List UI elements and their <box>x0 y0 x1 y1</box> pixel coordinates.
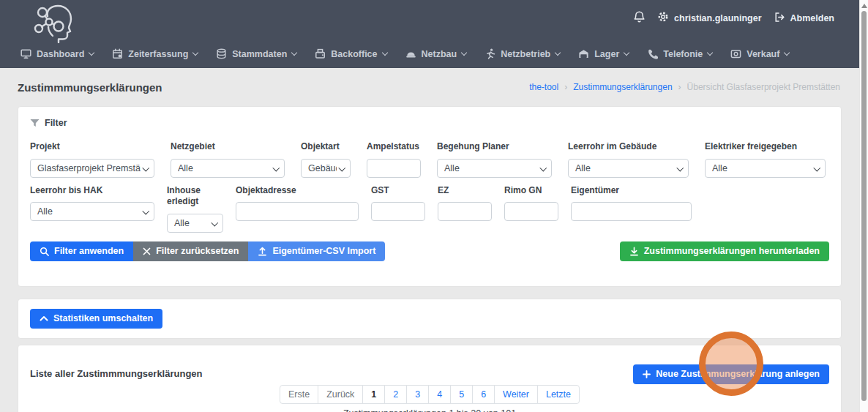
breadcrumb-separator: › <box>678 82 681 92</box>
nav-item-zeiterfassung[interactable]: Zeiterfassung <box>112 48 198 59</box>
chevron-down-icon <box>624 50 629 56</box>
csv-import-button[interactable]: Eigentümer-CSV Import <box>248 241 385 261</box>
filter-field-eigentuemer: Eigentümer <box>571 185 692 222</box>
breadcrumb-section-link[interactable]: Zustimmungserklärungen <box>573 82 672 92</box>
pagination-first[interactable]: Erste <box>280 385 318 404</box>
chevron-down-icon <box>784 50 790 56</box>
toggle-statistics-button[interactable]: Statistiken umschalten <box>30 309 162 329</box>
filter-row-1: Projekt Glasfaserprojekt Premstätten Net… <box>30 141 829 178</box>
upload-icon <box>258 247 267 256</box>
header-user-area: christian.glauninger Abmelden <box>633 10 834 26</box>
chevron-down-icon <box>555 50 561 56</box>
sign-out-icon <box>774 12 785 26</box>
filter-field-gst: GST <box>371 185 425 222</box>
plus-icon <box>643 370 651 378</box>
scrollbar[interactable] <box>859 0 868 412</box>
notifications-bell-icon[interactable] <box>633 10 646 26</box>
fax-icon <box>315 48 326 59</box>
top-header: christian.glauninger Abmelden Dashboard <box>0 0 859 68</box>
gst-input[interactable] <box>371 202 425 221</box>
funnel-icon <box>30 119 40 127</box>
list-title: Liste aller Zustimmmungserklärungen <box>30 368 203 379</box>
eigentuemer-input[interactable] <box>571 202 692 221</box>
nav-item-lager[interactable]: Lager <box>578 48 629 59</box>
filter-panel-title: Filter <box>45 118 67 128</box>
elektriker-freigegeben-select[interactable]: Alle <box>705 159 826 178</box>
leerrohr-im-gebaeude-select[interactable]: Alle <box>568 159 689 178</box>
filter-panel-header: Filter <box>30 118 829 128</box>
gear-icon <box>657 11 669 26</box>
pagination: Erste Zurück 1 2 3 4 5 6 Weiter Letzte <box>280 385 580 404</box>
search-icon <box>40 247 49 256</box>
application: christian.glauninger Abmelden Dashboard <box>0 0 859 412</box>
warehouse-icon <box>578 48 589 59</box>
rimo-gn-input[interactable] <box>504 202 558 221</box>
phone-icon <box>647 48 658 59</box>
filter-field-leerrohr-bis-hak: Leerrohr bis HAK Alle <box>30 185 154 222</box>
main-navigation: Dashboard Zeiterfassung Stammdaten <box>20 48 789 59</box>
pagination-page-3[interactable]: 3 <box>406 385 429 404</box>
pagination-next[interactable]: Weiter <box>494 385 538 404</box>
app-logo-icon[interactable] <box>32 4 75 46</box>
logout-button[interactable]: Abmelden <box>774 12 834 26</box>
netzgebiet-select[interactable]: Alle <box>171 159 285 178</box>
user-settings[interactable]: christian.glauninger <box>657 11 761 26</box>
statistics-panel: Statistiken umschalten <box>18 299 842 339</box>
declarations-list-panel: Liste aller Zustimmmungserklärungen Neue… <box>18 345 842 412</box>
page-title: Zustimmmungserklärungen <box>18 81 162 94</box>
new-declaration-button[interactable]: Neue Zustimmungserklärung anlegen <box>633 364 829 384</box>
filter-field-netzgebiet: Netzgebiet Alle <box>171 141 285 178</box>
reset-filter-button[interactable]: Filter zurücksetzen <box>133 241 248 261</box>
ampelstatus-input[interactable] <box>367 159 421 178</box>
pagination-page-5[interactable]: 5 <box>450 385 473 404</box>
pagination-page-6[interactable]: 6 <box>472 385 495 404</box>
breadcrumb-separator: › <box>564 82 567 92</box>
calendar-icon <box>112 48 123 59</box>
leerrohr-bis-hak-select[interactable]: Alle <box>30 202 154 221</box>
list-header: Liste aller Zustimmmungserklärungen Neue… <box>30 364 829 384</box>
nav-item-stammdaten[interactable]: Stammdaten <box>216 48 296 59</box>
close-icon <box>143 247 151 255</box>
projekt-select[interactable]: Glasfaserprojekt Premstätten <box>30 159 154 178</box>
chevron-down-icon <box>461 50 467 56</box>
pagination-page-4[interactable]: 4 <box>428 385 451 404</box>
begehung-planer-select[interactable]: Alle <box>437 159 552 178</box>
database-icon <box>216 48 227 59</box>
pagination-wrapper: Erste Zurück 1 2 3 4 5 6 Weiter Letzte <box>30 385 829 404</box>
apply-filter-button[interactable]: Filter anwenden <box>30 241 133 261</box>
download-declarations-button[interactable]: Zustimmungserklärungen herunterladen <box>620 241 829 261</box>
nav-item-netzbetrieb[interactable]: Netzbetrieb <box>484 48 560 59</box>
nav-item-telefonie[interactable]: Telefonie <box>647 48 712 59</box>
filter-field-ampelstatus: Ampelstatus <box>367 141 421 178</box>
pagination-last[interactable]: Letzte <box>537 385 580 404</box>
pagination-prev[interactable]: Zurück <box>318 385 363 404</box>
hardhat-icon <box>405 48 416 59</box>
username-label: christian.glauninger <box>674 13 761 23</box>
filter-field-ez: EZ <box>438 185 492 222</box>
chevron-down-icon <box>192 50 198 56</box>
nav-item-verkauf[interactable]: Verkauf <box>730 48 789 59</box>
nav-item-backoffice[interactable]: Backoffice <box>315 48 386 59</box>
filter-field-leerrohr-im-gebaeude: Leerrohr im Gebäude Alle <box>568 141 689 178</box>
chevron-up-icon <box>40 315 48 322</box>
breadcrumb: the-tool › Zustimmungserklärungen › Über… <box>529 82 840 92</box>
coin-icon <box>730 48 741 59</box>
scroll-up-arrow-icon[interactable] <box>861 4 867 8</box>
objektart-select[interactable]: Gebäude <box>301 159 351 178</box>
chevron-down-icon <box>89 50 94 56</box>
nav-item-dashboard[interactable]: Dashboard <box>20 48 94 59</box>
filter-field-elektriker-freigegeben: Elektriker freigegeben Alle <box>705 141 826 178</box>
ez-input[interactable] <box>438 202 492 221</box>
filter-field-projekt: Projekt Glasfaserprojekt Premstätten <box>30 141 154 178</box>
breadcrumb-home-link[interactable]: the-tool <box>529 82 558 92</box>
inhouse-erledigt-select[interactable]: Alle <box>167 214 223 233</box>
breadcrumb-current: Übersicht Glasfaserprojekt Premstätten <box>687 82 840 92</box>
pagination-page-2[interactable]: 2 <box>384 385 407 404</box>
filter-buttons-row: Filter anwenden Filter zurücksetzen Eige… <box>30 241 829 261</box>
pagination-page-1[interactable]: 1 <box>362 385 385 404</box>
nav-item-netzbau[interactable]: Netzbau <box>405 48 467 59</box>
filter-field-rimo-gn: Rimo GN <box>504 185 558 222</box>
objektadresse-input[interactable] <box>236 202 359 221</box>
scrollbar-thumb[interactable] <box>861 11 867 401</box>
chevron-down-icon <box>707 50 713 56</box>
